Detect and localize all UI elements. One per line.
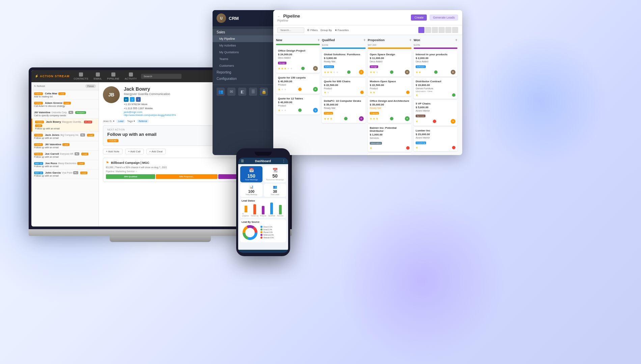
card-amount: $ 11,000.00 (370, 57, 410, 60)
contact-name: John Garcia (45, 171, 61, 174)
hamburger-icon[interactable]: ☰ (241, 159, 244, 163)
star-icon: ★ (370, 91, 372, 94)
kanban-card[interactable]: 5 VP Chairs $ 5,600.00 Azure Interior Se… (414, 100, 457, 126)
crm-icon-contacts[interactable]: 👥 (217, 88, 225, 96)
activity-item-joe-c[interactable]: TODAY Joe Carroll Everpost HR ⚑2 Lead Fo… (31, 151, 99, 160)
card-company: Deco Addict (416, 60, 455, 63)
list-view-btn[interactable] (425, 27, 431, 33)
focus-toggle[interactable]: Focus (85, 84, 96, 88)
add-call-button[interactable]: + Add Call (125, 149, 144, 154)
col-title-won: Won (414, 38, 420, 42)
activity-item-celia[interactable]: TODAY Celia Mae Lead Add to mailing list (31, 90, 99, 100)
more-options-icon[interactable]: ⋮ (282, 159, 285, 163)
kanban-card[interactable]: Global Solutions: Furnitures $ 3,800.00 … (322, 51, 366, 77)
favorites-button[interactable]: ★ Favorites (335, 29, 349, 32)
facebook-icon[interactable]: f (136, 97, 141, 102)
kanban-card[interactable]: Quote for 12 Tables $ 40,000.00 Product … (276, 95, 320, 115)
card-tag: Information (370, 142, 382, 145)
kanban-card[interactable]: Balmer Inc: Potential Distributor $ 1,00… (368, 124, 412, 152)
crm-icon-activity[interactable]: ☰ (249, 88, 257, 96)
card-company: Ready Mat (324, 60, 364, 63)
star-icon: ★ (278, 109, 280, 112)
activity-item-adam[interactable]: TODAY Adam Greene Lead Call Adam to disc… (31, 100, 99, 109)
nav-contacts[interactable]: CONTACTS (74, 72, 88, 80)
kanban-card[interactable]: Quote for 150 carpets $ 40,000.00 Produc… (276, 74, 320, 94)
add-note-button[interactable]: + Add Note (103, 149, 122, 154)
crm-icon-lock[interactable]: 🔒 (260, 88, 268, 96)
next-action-badge: TODAY (107, 139, 118, 142)
kanban-board: New + Office Design Project $ 24,000.00 … (273, 35, 462, 155)
col-title-qualified: Qualified (322, 38, 335, 42)
kanban-card[interactable]: Open Space Design $ 11,000.00 Deco Addic… (368, 51, 412, 77)
donut-title: Lead By Source (242, 221, 285, 223)
add-new-btn[interactable]: + (317, 38, 320, 42)
filters-button[interactable]: ⚙ Filters (307, 29, 318, 32)
back-button[interactable]: ← (277, 15, 280, 18)
chart-view-btn[interactable] (439, 27, 445, 33)
activity-item-jill-v[interactable]: Jill Valentine Umbrella Corp. ⚑2 Prospec… (31, 109, 99, 119)
star-icon: ★ (327, 71, 329, 74)
search-bar[interactable]: Search (141, 74, 182, 79)
twitter-icon[interactable]: t (130, 97, 135, 102)
tomorrow-meetings-label: Tomorrow Meetings (266, 179, 284, 181)
kanban-card[interactable]: Office Design Project $ 24,000.00 Deco A… (276, 47, 320, 73)
add-proposition-btn[interactable]: + (409, 38, 412, 42)
nav-pipeline[interactable]: PIPELINE (107, 72, 119, 80)
kanban-card[interactable]: Distributor Contract $ 19,800.00 Gemini … (414, 78, 457, 99)
card-amount: $ 24,000.00 (278, 53, 318, 56)
bar (253, 204, 256, 214)
legend-item: Email:2.2% (260, 229, 274, 231)
today-meetings-number: 100 (248, 189, 254, 193)
refresh-button[interactable]: ↻ Refresh (34, 85, 45, 88)
star-icon: ★ (281, 67, 283, 70)
activity-item-jack-b[interactable]: TODAY Jack Bowry Macgyver Guerilla... €3… (31, 119, 99, 132)
card-footer: ★★★ P (278, 87, 318, 92)
nav-activity[interactable]: ACTIVITY (125, 72, 137, 80)
bar-chart: In progress Follow Up Analysis Qualified (242, 203, 285, 217)
activity-item-jill2[interactable]: TODAY Jill Valentine Lead Follow up with… (31, 141, 99, 151)
card-tag: Software (416, 65, 426, 68)
kanban-card[interactable]: Quote for 600 Chairs $ 22,500.00 Product… (322, 78, 366, 96)
linkedin-icon[interactable]: in (124, 97, 129, 102)
nav-email[interactable]: EMAIL (94, 72, 102, 80)
tomorrow-meetings-number: 50 (272, 173, 278, 179)
total-meetings-card: 📅 150 Total Meetings (240, 166, 262, 182)
total-leads-label: Total Leads (271, 193, 279, 195)
crm-icon-email[interactable]: ✉ (227, 88, 235, 96)
add-deal-button[interactable]: + Add Deal (146, 149, 166, 154)
pivot-view-btn[interactable] (445, 27, 451, 33)
progress-won (414, 48, 457, 49)
crm-icon-pipeline[interactable]: ◧ (238, 88, 246, 96)
activity-dot (390, 70, 393, 74)
settings-btn[interactable] (452, 27, 458, 33)
generate-leads-button[interactable]: Generate Leads (429, 14, 458, 21)
add-qualified-btn[interactable]: + (363, 38, 366, 42)
activity-action: Follow up with an email (34, 146, 96, 149)
kanban-view-btn[interactable] (418, 27, 424, 33)
kanban-col-qualified: Qualified + $104k Global Solutions: Furn… (322, 38, 366, 152)
chart-title: Lead Status (242, 200, 285, 202)
kanban-card[interactable]: Interest in your products $ 2,000.00 Dec… (414, 51, 457, 77)
activity-item-john[interactable]: MAY 16 John Garcia Visa Point ⚑2 Lead Fo… (31, 170, 99, 179)
activity-item-joe-r[interactable]: MAY 18 Joe Ross Bleep Electronics Lead F… (31, 160, 99, 170)
phone-frame: ☰ Dashboard ⋮ 📅 150 Total Meetings 📆 50 … (236, 148, 290, 256)
star-icon: ★ (416, 146, 418, 149)
legend-dot (260, 231, 262, 233)
grid-view-btn[interactable] (432, 27, 438, 33)
add-won-btn[interactable]: + (455, 38, 457, 42)
card-footer: ★★★★★ G (324, 70, 364, 74)
create-button[interactable]: Create (411, 14, 427, 21)
bar (262, 206, 264, 214)
kanban-card[interactable]: Modern Open Space $ 22,500.00 Product ★★ (368, 78, 412, 96)
activity-item-jack-j[interactable]: TODAY Jack Jones Big Company Inc. ⚑2 Lea… (31, 132, 99, 141)
kanban-card[interactable]: Office Design and Architecture $ 35,000.… (368, 97, 412, 123)
kanban-card[interactable]: Lumber Inc $ 23,000.00 Azure Interior Co… (414, 127, 457, 151)
star-icon: ★ (278, 67, 280, 70)
contact-name: Jack Bowry (46, 120, 61, 123)
meetings-icon: 📅 (249, 168, 254, 173)
bar (270, 203, 273, 214)
pipeline-search-input[interactable] (277, 27, 304, 33)
kanban-card[interactable]: DeltaPC: 10 Computer Desks $ 35,000.00 R… (322, 97, 366, 123)
group-by-button[interactable]: Group By (320, 29, 332, 32)
kanban-card[interactable]: Info about services $ 25,000.00 Deco Add… (368, 153, 412, 155)
